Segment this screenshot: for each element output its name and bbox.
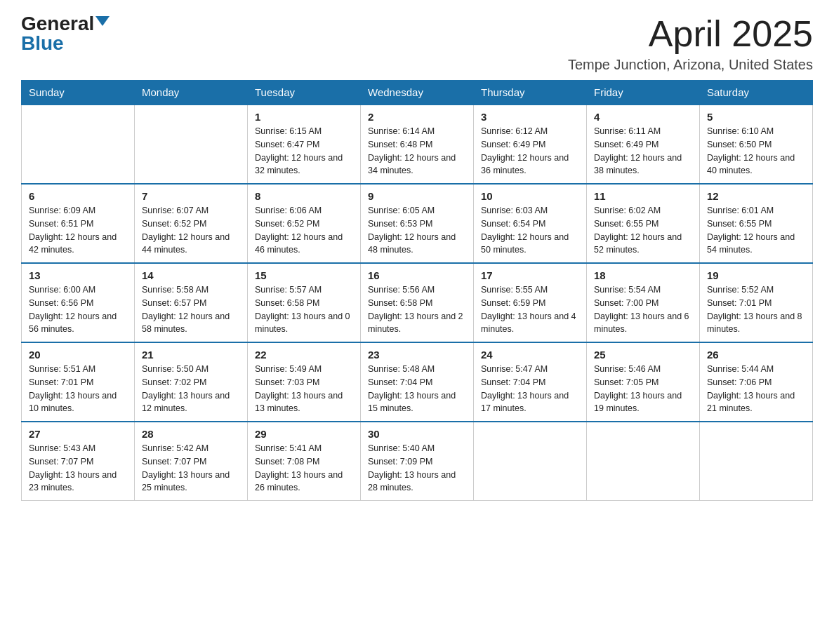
day-number: 8 <box>255 190 353 202</box>
day-info: Sunrise: 5:56 AMSunset: 6:58 PMDaylight:… <box>368 283 466 336</box>
calendar-cell: 1Sunrise: 6:15 AMSunset: 6:47 PMDaylight… <box>248 105 361 184</box>
day-info: Sunrise: 5:46 AMSunset: 7:05 PMDaylight:… <box>594 363 692 415</box>
calendar-cell: 4Sunrise: 6:11 AMSunset: 6:49 PMDaylight… <box>587 105 700 184</box>
day-info: Sunrise: 5:43 AMSunset: 7:07 PMDaylight:… <box>29 442 127 495</box>
day-info: Sunrise: 5:47 AMSunset: 7:04 PMDaylight:… <box>481 363 579 415</box>
day-info: Sunrise: 5:52 AMSunset: 7:01 PMDaylight:… <box>707 283 805 336</box>
day-number: 24 <box>481 349 579 361</box>
calendar-cell <box>587 422 700 501</box>
location: Tempe Junction, Arizona, United States <box>568 57 813 73</box>
day-number: 26 <box>707 349 805 361</box>
day-info: Sunrise: 6:02 AMSunset: 6:55 PMDaylight:… <box>594 204 692 257</box>
calendar-cell: 25Sunrise: 5:46 AMSunset: 7:05 PMDayligh… <box>587 342 700 422</box>
logo-triangle-icon <box>95 16 110 26</box>
day-number: 28 <box>142 428 240 440</box>
day-number: 18 <box>594 269 692 281</box>
day-number: 4 <box>594 111 692 123</box>
calendar-row-4: 27Sunrise: 5:43 AMSunset: 7:07 PMDayligh… <box>22 422 813 501</box>
day-info: Sunrise: 6:01 AMSunset: 6:55 PMDaylight:… <box>707 204 805 257</box>
calendar-cell: 19Sunrise: 5:52 AMSunset: 7:01 PMDayligh… <box>700 263 813 342</box>
calendar-cell: 21Sunrise: 5:50 AMSunset: 7:02 PMDayligh… <box>135 342 248 422</box>
calendar-cell: 28Sunrise: 5:42 AMSunset: 7:07 PMDayligh… <box>135 422 248 501</box>
weekday-header-wednesday: Wednesday <box>361 81 474 105</box>
logo-general: General <box>21 14 94 34</box>
calendar-cell: 17Sunrise: 5:55 AMSunset: 6:59 PMDayligh… <box>474 263 587 342</box>
calendar-cell: 10Sunrise: 6:03 AMSunset: 6:54 PMDayligh… <box>474 184 587 263</box>
day-info: Sunrise: 6:00 AMSunset: 6:56 PMDaylight:… <box>29 283 127 336</box>
header-right: April 2025 Tempe Junction, Arizona, Unit… <box>568 14 813 73</box>
day-number: 5 <box>707 111 805 123</box>
day-number: 7 <box>142 190 240 202</box>
day-number: 9 <box>368 190 466 202</box>
day-info: Sunrise: 5:44 AMSunset: 7:06 PMDaylight:… <box>707 363 805 415</box>
day-number: 30 <box>368 428 466 440</box>
day-number: 15 <box>255 269 353 281</box>
day-info: Sunrise: 6:07 AMSunset: 6:52 PMDaylight:… <box>142 204 240 257</box>
calendar-cell: 13Sunrise: 6:00 AMSunset: 6:56 PMDayligh… <box>22 263 135 342</box>
calendar-row-3: 20Sunrise: 5:51 AMSunset: 7:01 PMDayligh… <box>22 342 813 422</box>
day-number: 19 <box>707 269 805 281</box>
day-number: 27 <box>29 428 127 440</box>
day-number: 12 <box>707 190 805 202</box>
logo-blue: Blue <box>21 34 64 53</box>
day-number: 21 <box>142 349 240 361</box>
calendar-table: SundayMondayTuesdayWednesdayThursdayFrid… <box>21 80 813 501</box>
day-info: Sunrise: 5:40 AMSunset: 7:09 PMDaylight:… <box>368 442 466 495</box>
calendar-cell <box>474 422 587 501</box>
calendar-row-2: 13Sunrise: 6:00 AMSunset: 6:56 PMDayligh… <box>22 263 813 342</box>
day-number: 29 <box>255 428 353 440</box>
calendar-cell: 24Sunrise: 5:47 AMSunset: 7:04 PMDayligh… <box>474 342 587 422</box>
day-info: Sunrise: 6:06 AMSunset: 6:52 PMDaylight:… <box>255 204 353 257</box>
calendar-cell: 18Sunrise: 5:54 AMSunset: 7:00 PMDayligh… <box>587 263 700 342</box>
calendar-cell: 16Sunrise: 5:56 AMSunset: 6:58 PMDayligh… <box>361 263 474 342</box>
calendar-row-0: 1Sunrise: 6:15 AMSunset: 6:47 PMDaylight… <box>22 105 813 184</box>
day-number: 25 <box>594 349 692 361</box>
logo: General Blue <box>21 14 110 53</box>
day-info: Sunrise: 5:49 AMSunset: 7:03 PMDaylight:… <box>255 363 353 415</box>
calendar-cell: 9Sunrise: 6:05 AMSunset: 6:53 PMDaylight… <box>361 184 474 263</box>
day-number: 1 <box>255 111 353 123</box>
calendar-cell <box>700 422 813 501</box>
calendar-cell: 27Sunrise: 5:43 AMSunset: 7:07 PMDayligh… <box>22 422 135 501</box>
day-info: Sunrise: 6:05 AMSunset: 6:53 PMDaylight:… <box>368 204 466 257</box>
calendar-cell: 6Sunrise: 6:09 AMSunset: 6:51 PMDaylight… <box>22 184 135 263</box>
day-info: Sunrise: 6:09 AMSunset: 6:51 PMDaylight:… <box>29 204 127 257</box>
calendar-cell: 26Sunrise: 5:44 AMSunset: 7:06 PMDayligh… <box>700 342 813 422</box>
day-number: 11 <box>594 190 692 202</box>
calendar-cell: 23Sunrise: 5:48 AMSunset: 7:04 PMDayligh… <box>361 342 474 422</box>
day-info: Sunrise: 6:11 AMSunset: 6:49 PMDaylight:… <box>594 125 692 177</box>
day-info: Sunrise: 6:15 AMSunset: 6:47 PMDaylight:… <box>255 125 353 177</box>
calendar-cell: 2Sunrise: 6:14 AMSunset: 6:48 PMDaylight… <box>361 105 474 184</box>
calendar-cell: 14Sunrise: 5:58 AMSunset: 6:57 PMDayligh… <box>135 263 248 342</box>
day-info: Sunrise: 5:51 AMSunset: 7:01 PMDaylight:… <box>29 363 127 415</box>
page-header: General Blue April 2025 Tempe Junction, … <box>21 14 813 73</box>
calendar-cell: 3Sunrise: 6:12 AMSunset: 6:49 PMDaylight… <box>474 105 587 184</box>
calendar-cell: 12Sunrise: 6:01 AMSunset: 6:55 PMDayligh… <box>700 184 813 263</box>
calendar-cell <box>22 105 135 184</box>
weekday-header-friday: Friday <box>587 81 700 105</box>
day-number: 14 <box>142 269 240 281</box>
calendar-cell: 5Sunrise: 6:10 AMSunset: 6:50 PMDaylight… <box>700 105 813 184</box>
calendar-cell: 8Sunrise: 6:06 AMSunset: 6:52 PMDaylight… <box>248 184 361 263</box>
calendar-cell <box>135 105 248 184</box>
calendar-cell: 22Sunrise: 5:49 AMSunset: 7:03 PMDayligh… <box>248 342 361 422</box>
day-info: Sunrise: 6:03 AMSunset: 6:54 PMDaylight:… <box>481 204 579 257</box>
weekday-header-tuesday: Tuesday <box>248 81 361 105</box>
day-number: 6 <box>29 190 127 202</box>
day-info: Sunrise: 6:14 AMSunset: 6:48 PMDaylight:… <box>368 125 466 177</box>
day-info: Sunrise: 5:48 AMSunset: 7:04 PMDaylight:… <box>368 363 466 415</box>
day-info: Sunrise: 5:41 AMSunset: 7:08 PMDaylight:… <box>255 442 353 495</box>
day-number: 17 <box>481 269 579 281</box>
calendar-cell: 20Sunrise: 5:51 AMSunset: 7:01 PMDayligh… <box>22 342 135 422</box>
day-info: Sunrise: 5:42 AMSunset: 7:07 PMDaylight:… <box>142 442 240 495</box>
day-info: Sunrise: 6:12 AMSunset: 6:49 PMDaylight:… <box>481 125 579 177</box>
day-info: Sunrise: 5:55 AMSunset: 6:59 PMDaylight:… <box>481 283 579 336</box>
calendar-cell: 30Sunrise: 5:40 AMSunset: 7:09 PMDayligh… <box>361 422 474 501</box>
calendar-cell: 11Sunrise: 6:02 AMSunset: 6:55 PMDayligh… <box>587 184 700 263</box>
day-number: 16 <box>368 269 466 281</box>
day-number: 2 <box>368 111 466 123</box>
day-number: 13 <box>29 269 127 281</box>
day-number: 10 <box>481 190 579 202</box>
calendar-cell: 15Sunrise: 5:57 AMSunset: 6:58 PMDayligh… <box>248 263 361 342</box>
month-title: April 2025 <box>568 14 813 54</box>
